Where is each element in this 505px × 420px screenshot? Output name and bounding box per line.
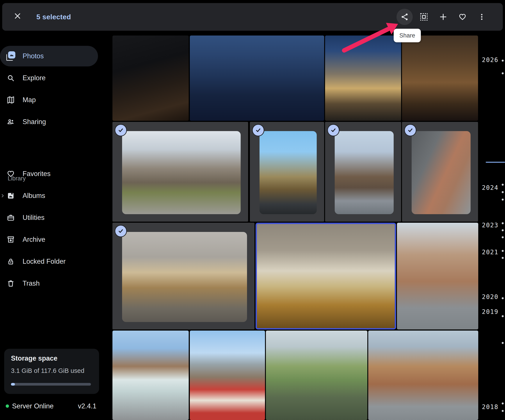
photo-thumbnail[interactable] [402,36,478,121]
selected-photo-cell [113,223,254,330]
close-selection-button[interactable] [11,9,25,23]
timeline-photo-dot [502,60,504,62]
sidebar-item-locked-folder[interactable]: Locked Folder [0,251,98,272]
photo-thumbnail[interactable] [190,331,265,420]
storage-usage: 3.1 GiB of 117.6 GiB used [11,367,84,374]
more-options-icon [478,13,486,21]
timeline-photo-dot [502,236,504,238]
sidebar-item-utilities[interactable]: Utilities [0,207,98,228]
photos-icon [6,51,15,61]
timeline-photo-dot [502,199,504,201]
server-version-label: v2.4.1 [78,402,96,410]
photo-thumbnail[interactable] [122,131,241,214]
selected-photo-cell [250,122,324,222]
timeline-photo-dot [502,257,504,259]
sidebar-item-albums[interactable]: Albums [0,185,98,206]
sidebar-item-label: Map [23,96,36,104]
photo-thumbnail[interactable] [190,36,324,121]
selected-check-badge[interactable] [404,124,417,136]
photo-thumbnail[interactable] [113,36,189,121]
photo-thumbnail[interactable] [368,331,478,420]
photo-thumbnail-focused[interactable] [256,223,396,330]
photo-thumbnail[interactable] [412,131,471,214]
selected-check-badge[interactable] [115,124,127,136]
timeline-year-label[interactable]: 2026 [482,56,499,64]
archive-icon [6,235,15,244]
server-status-row: Server Online v2.4.1 [0,400,99,412]
sidebar-item-label: Albums [23,192,45,200]
trash-icon [6,279,15,288]
utilities-briefcase-icon [6,214,15,222]
add-icon [439,13,448,21]
selected-photo-cell [402,122,478,222]
storage-title: Storage space [11,355,57,362]
timeline-position-indicator[interactable] [486,162,505,163]
server-status-label: Server Online [12,402,54,410]
photo-thumbnail[interactable] [335,131,394,214]
timeline-year-label[interactable]: 2020 [482,293,499,300]
locked-folder-lock-icon [6,257,15,266]
share-button[interactable] [395,7,414,26]
select-all-icon [420,13,428,21]
share-icon [400,13,409,21]
sidebar-item-label: Locked Folder [23,258,66,266]
timeline-photo-dot [502,315,504,317]
photo-thumbnail[interactable] [113,331,189,420]
sidebar-item-label: Archive [23,236,45,243]
sidebar-nav: Library PhotosExploreMapSharingFavorites… [0,31,101,337]
timeline-photo-dot [502,191,504,193]
timeline-year-label[interactable]: 2021 [482,248,499,256]
timeline-year-label[interactable]: 2018 [482,403,499,411]
sidebar-item-map[interactable]: Map [0,90,98,110]
selected-check-badge[interactable] [115,225,127,237]
select-all-button[interactable] [414,7,434,26]
online-status-dot-icon [6,404,9,408]
sidebar-item-explore[interactable]: Explore [0,68,98,88]
timeline-photo-dot [502,342,504,344]
sidebar-item-archive[interactable]: Archive [0,229,98,250]
check-icon [117,127,125,134]
albums-icon [6,191,15,200]
favorites-heart-icon [6,170,15,178]
selection-count: 5 selected [36,3,71,31]
timeline-photo-dot [502,402,504,404]
selected-check-badge[interactable] [327,124,340,136]
timeline-year-label[interactable]: 2023 [482,222,499,229]
sidebar-item-label: Explore [23,74,46,82]
selected-photo-cell [113,122,248,222]
timeline-photo-dot [502,297,504,299]
sidebar-item-favorites[interactable]: Favorites [0,164,98,184]
sidebar-item-photos[interactable]: Photos [0,46,98,66]
share-tooltip: Share [394,29,421,42]
more-options-button[interactable] [472,7,491,26]
sidebar-item-label: Photos [23,52,44,60]
add-to-button[interactable] [434,7,453,26]
photo-thumbnail[interactable] [266,331,367,420]
expand-chevron-icon[interactable] [0,193,6,199]
timeline-year-label[interactable]: 2024 [482,184,499,191]
timeline-year-label[interactable]: 2019 [482,308,499,315]
storage-progress-fill [11,383,15,386]
photo-thumbnail[interactable] [325,36,401,121]
sidebar-item-label: Favorites [23,170,50,178]
sharing-people-icon [6,118,15,126]
check-icon [254,127,262,134]
timeline-photo-dot [502,184,504,186]
selected-check-badge[interactable] [252,124,264,136]
timeline-scrubber[interactable]: 2026202420232021202020192018 [478,0,505,420]
chevron-right-icon [0,193,6,199]
selected-photo-cell [325,122,401,222]
check-icon [330,127,337,134]
toolbar-actions [395,3,491,31]
favorite-button[interactable] [453,7,472,26]
timeline-photo-dot [502,229,504,231]
photo-thumbnail[interactable] [397,223,478,330]
timeline-photo-dot [502,72,504,74]
sidebar-item-sharing[interactable]: Sharing [0,112,98,132]
timeline-photo-dot [502,222,504,224]
storage-progress-track [11,383,91,386]
sidebar-item-trash[interactable]: Trash [0,273,98,294]
favorite-heart-icon [458,13,467,21]
photo-thumbnail[interactable] [259,131,317,214]
photo-thumbnail[interactable] [122,232,247,322]
